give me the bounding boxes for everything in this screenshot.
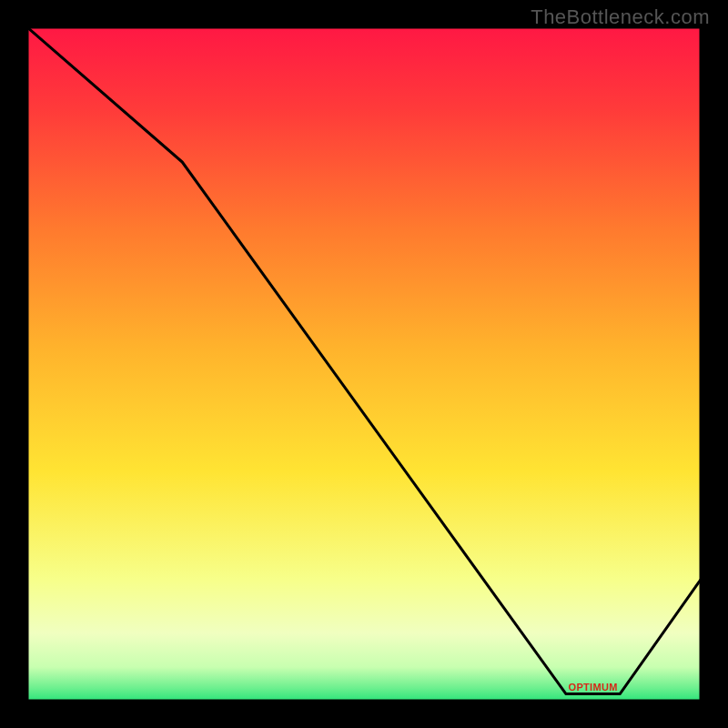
chart-svg: OPTIMUM [27, 27, 701, 701]
optimum-label: OPTIMUM [569, 682, 618, 693]
watermark-text: TheBottleneck.com [531, 5, 710, 29]
plot-area: OPTIMUM [27, 27, 701, 701]
gradient-background [27, 27, 701, 701]
chart-stage: TheBottleneck.com [0, 0, 728, 728]
